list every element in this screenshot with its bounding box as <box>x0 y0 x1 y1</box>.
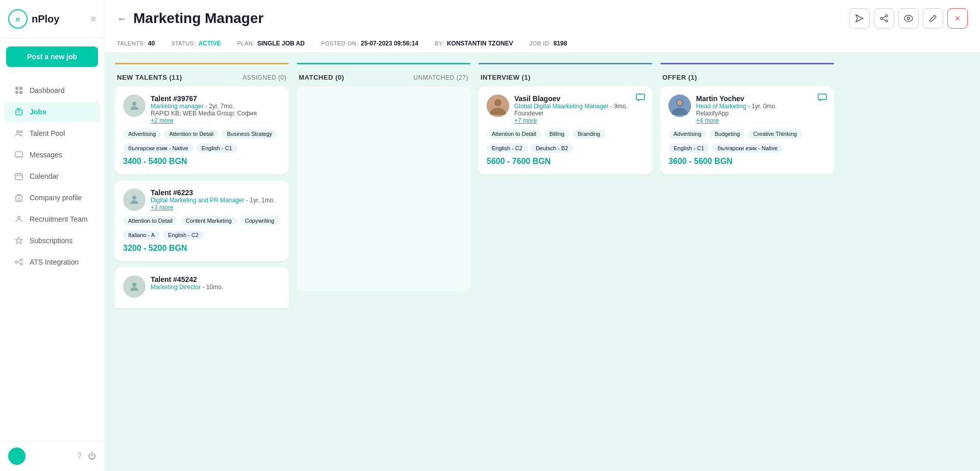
sidebar-item-calendar[interactable]: Calendar <box>4 166 100 186</box>
svg-point-18 <box>20 259 22 261</box>
tag-lang-en: English - C1 <box>197 144 237 153</box>
status-value: ACTIVE <box>198 40 221 47</box>
tag-lang-it: Italiano - A <box>123 230 160 240</box>
sidebar-item-dashboard[interactable]: Dashboard <box>4 80 100 101</box>
send-button[interactable] <box>849 8 870 29</box>
sidebar-item-messages[interactable]: Messages <box>4 145 100 165</box>
sidebar-item-label: Company profile <box>30 194 82 202</box>
svg-point-29 <box>907 17 910 20</box>
meta-talents: TALENTS: 40 <box>117 40 155 47</box>
tag-lang-en: English - C2 <box>163 230 204 240</box>
svg-rect-1 <box>19 87 22 90</box>
card-info: Talent #39767 Marketing manager - 2yr. 7… <box>151 95 280 124</box>
talent-card-vasil-blagoev[interactable]: Vasil Blagoev Global Digital Maarketing … <box>479 86 652 174</box>
back-button[interactable]: ← <box>117 13 127 25</box>
card-info: Vasil Blagoev Global Digital Maarketing … <box>514 95 644 124</box>
card-top: Talent #6223 Digital Marketing and PR Ma… <box>123 189 280 211</box>
card-role: Digital Marketing and PR Manager - 1yr. … <box>151 197 280 204</box>
sidebar-item-subscriptions[interactable]: Subscriptions <box>4 230 100 251</box>
close-job-button[interactable]: ✕ <box>947 8 968 29</box>
col-top-bar-offer <box>660 63 834 64</box>
sidebar-item-label: Recruitment Team <box>30 215 87 223</box>
svg-point-7 <box>20 131 22 133</box>
column-new-talents: NEW TALENTS (11) assigned (0) T <box>115 63 289 461</box>
sidebar-collapse-icon[interactable]: ≡ <box>90 14 96 25</box>
plan-value: SINGLE JOB AD <box>257 40 305 47</box>
meta-posted: POSTED ON: 25-07-2023 09:56:14 <box>321 40 419 47</box>
svg-line-27 <box>882 19 886 20</box>
svg-line-26 <box>882 16 886 18</box>
svg-point-32 <box>132 282 136 287</box>
eye-icon <box>904 15 913 22</box>
share-icon <box>880 14 888 22</box>
col-title: MATCHED (0) <box>299 74 344 81</box>
tag-copywriting: Copywriting <box>240 216 279 225</box>
sidebar-item-jobs[interactable]: Jobs <box>4 102 100 122</box>
card-role: Marketing Director - 10mo. <box>151 284 280 291</box>
card-more-link[interactable]: +3 more <box>151 204 280 211</box>
user-avatar[interactable] <box>8 448 26 465</box>
person-avatar-icon <box>487 95 509 117</box>
bottom-icons: ? ⏻ <box>77 452 96 461</box>
kanban-board: NEW TALENTS (11) assigned (0) T <box>105 53 980 471</box>
tag-business-strategy: Business Strategy <box>222 129 277 138</box>
messages-icon <box>14 150 23 159</box>
sidebar-item-label: ATS Integration <box>30 258 79 266</box>
svg-marker-22 <box>856 15 863 22</box>
card-top: Talent #45242 Marketing Director - 10mo. <box>123 275 280 298</box>
tag-creative-thinking: Creative Thinking <box>748 129 802 138</box>
card-company: RAPID KB; WEB Media Group; София <box>151 110 280 117</box>
ats-integration-icon <box>14 257 23 267</box>
sidebar-header: n nPloy ≡ <box>0 0 104 38</box>
col-body-interview: Vasil Blagoev Global Digital Maarketing … <box>479 86 652 461</box>
edit-button[interactable] <box>923 8 943 29</box>
sidebar-item-label: Talent Pool <box>30 129 65 137</box>
status-label: STATUS: <box>171 40 196 46</box>
card-more-link[interactable]: +7 more <box>514 117 644 124</box>
page-title: Marketing Manager <box>133 10 264 27</box>
chat-icon[interactable] <box>818 93 827 104</box>
preview-button[interactable] <box>898 8 919 29</box>
sidebar-item-talent-pool[interactable]: Talent Pool <box>4 123 100 144</box>
card-name: Talent #6223 <box>151 189 280 197</box>
sidebar-item-label: Dashboard <box>30 86 65 95</box>
svg-rect-0 <box>15 87 18 90</box>
svg-point-28 <box>904 15 913 21</box>
chat-icon[interactable] <box>636 93 645 104</box>
dashboard-icon <box>14 86 23 95</box>
column-matched: MATCHED (0) unmatched (27) <box>297 63 470 461</box>
share-button[interactable] <box>874 8 894 29</box>
help-icon[interactable]: ? <box>77 452 82 461</box>
svg-rect-4 <box>16 110 22 115</box>
job-id-value: 8198 <box>554 40 567 47</box>
sidebar-item-label: Calendar <box>30 172 59 180</box>
talent-card-martin-yochev[interactable]: Martin Yochev Head of Marketing - 1yr. 0… <box>660 86 834 174</box>
person-icon <box>128 194 140 206</box>
logo-text: nPloy <box>32 13 59 25</box>
job-id-label: JOB ID: <box>530 40 551 46</box>
card-more-link[interactable]: +4 more <box>696 117 826 124</box>
col-header-offer: OFFER (1) <box>660 68 834 86</box>
tag-branding: Branding <box>572 129 605 138</box>
person-icon <box>128 100 140 112</box>
col-top-bar-interview <box>479 63 652 64</box>
talent-card-6223[interactable]: Talent #6223 Digital Marketing and PR Ma… <box>115 180 289 261</box>
sidebar-item-ats-integration[interactable]: ATS Integration <box>4 252 100 272</box>
svg-point-25 <box>886 20 888 22</box>
talent-avatar <box>487 95 509 117</box>
logout-icon[interactable]: ⏻ <box>88 452 96 461</box>
tag-attention-to-detail: Attention to Detail <box>164 129 219 138</box>
talents-label: TALENTS: <box>117 40 146 46</box>
card-top: Vasil Blagoev Global Digital Maarketing … <box>487 95 644 124</box>
svg-rect-8 <box>15 152 22 157</box>
chat-bubble-icon <box>818 93 827 102</box>
card-top: Martin Yochev Head of Marketing - 1yr. 0… <box>668 95 826 124</box>
card-more-link[interactable]: +2 more <box>151 117 280 124</box>
post-job-button[interactable]: Post a new job <box>6 46 98 67</box>
tag-budgeting: Budgeting <box>709 129 745 138</box>
talent-card-39767[interactable]: Talent #39767 Marketing manager - 2yr. 7… <box>115 86 289 174</box>
sidebar-item-company-profile[interactable]: Company profile <box>4 187 100 208</box>
talent-card-45242[interactable]: Talent #45242 Marketing Director - 10mo. <box>115 267 289 308</box>
card-name: Martin Yochev <box>696 95 826 103</box>
sidebar-item-recruitment-team[interactable]: Recruitment Team <box>4 209 100 229</box>
